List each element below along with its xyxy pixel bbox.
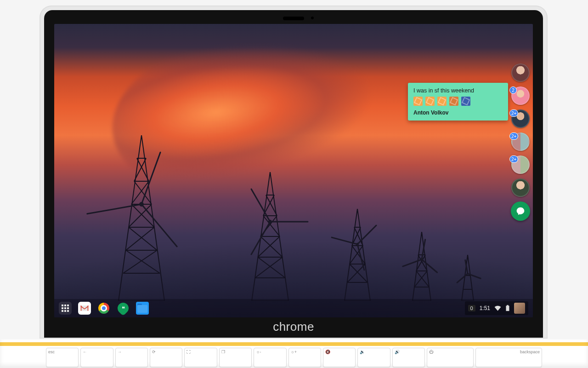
files-app-button[interactable] bbox=[136, 302, 149, 315]
attachment-thumb-icon bbox=[437, 97, 447, 106]
svg-line-5 bbox=[270, 206, 308, 238]
attachment-thumb-icon bbox=[461, 97, 470, 106]
attachment-thumb-icon bbox=[413, 97, 423, 106]
chat-head-contact[interactable]: 2 bbox=[511, 86, 530, 105]
svg-line-9 bbox=[348, 244, 373, 270]
chat-head-contact[interactable] bbox=[511, 63, 530, 82]
desktop-screen[interactable]: I was in sf this weekend Anton Volkov 2 … bbox=[54, 24, 533, 317]
svg-line-14 bbox=[403, 256, 422, 269]
chrome-icon bbox=[98, 303, 109, 314]
svg-line-1 bbox=[132, 204, 186, 247]
webcam-icon bbox=[283, 17, 304, 20]
chat-head-group[interactable]: 2+ bbox=[511, 132, 530, 151]
hangouts-chat-heads: 2 2+ 2+ 2+ bbox=[511, 63, 530, 221]
attachment-thumb-icon bbox=[425, 97, 435, 106]
user-avatar bbox=[514, 303, 525, 314]
keyboard: esc ← → ⟳ ⛶ ❐ ☼- ☼+ 🔇 🔉 🔊 ⏻ backspace bbox=[0, 339, 588, 368]
chrome-app-button[interactable] bbox=[97, 302, 110, 315]
svg-point-15 bbox=[420, 258, 424, 261]
svg-line-16 bbox=[465, 260, 468, 274]
wifi-icon bbox=[494, 305, 501, 311]
key-fullscreen: ⛶ bbox=[184, 348, 217, 367]
key-refresh: ⟳ bbox=[150, 348, 182, 367]
svg-rect-19 bbox=[506, 306, 509, 311]
webcam-led-icon bbox=[311, 17, 314, 19]
svg-point-11 bbox=[356, 242, 359, 246]
hangouts-notification[interactable]: I was in sf this weekend Anton Volkov bbox=[408, 83, 508, 121]
unread-badge: 2 bbox=[509, 86, 517, 94]
app-launcher-button[interactable] bbox=[59, 302, 72, 315]
attachment-thumb-icon bbox=[449, 97, 458, 106]
clock: 1:51 bbox=[480, 305, 490, 311]
gmail-app-button[interactable] bbox=[78, 302, 91, 315]
system-tray[interactable]: 0 1:51 bbox=[465, 301, 528, 315]
svg-line-12 bbox=[422, 240, 425, 259]
svg-line-18 bbox=[456, 274, 469, 282]
key-brightness-up: ☼+ bbox=[288, 348, 321, 367]
key-forward: → bbox=[115, 348, 148, 367]
unread-badge: 2+ bbox=[509, 155, 518, 163]
shelf-taskbar: ❝ 0 1:51 bbox=[54, 299, 533, 317]
hangouts-icon: ❝ bbox=[115, 300, 131, 316]
key-mute: 🔇 bbox=[323, 348, 356, 367]
notifications-count: 0 bbox=[468, 305, 475, 311]
chat-head-contact[interactable]: 2+ bbox=[511, 109, 530, 128]
notification-attachments bbox=[413, 97, 503, 106]
key-backspace: backspace bbox=[475, 348, 542, 367]
svg-line-13 bbox=[420, 259, 439, 272]
hangouts-button[interactable] bbox=[511, 201, 530, 221]
laptop-frame: I was in sf this weekend Anton Volkov 2 … bbox=[40, 6, 547, 338]
key-overview: ❐ bbox=[219, 348, 252, 367]
svg-point-7 bbox=[268, 219, 273, 224]
unread-badge: 2+ bbox=[509, 109, 518, 117]
svg-point-3 bbox=[139, 201, 145, 207]
svg-line-2 bbox=[87, 188, 141, 230]
svg-line-4 bbox=[251, 189, 270, 222]
key-esc: esc bbox=[46, 348, 79, 367]
notification-message: I was in sf this weekend bbox=[413, 87, 503, 94]
key-vol-up: 🔊 bbox=[392, 348, 425, 367]
apps-grid-icon bbox=[62, 305, 69, 312]
key-power: ⏻ bbox=[427, 348, 474, 367]
unread-badge: 2+ bbox=[509, 132, 518, 140]
svg-rect-20 bbox=[507, 305, 509, 306]
hangouts-app-button[interactable]: ❝ bbox=[117, 302, 130, 315]
svg-line-8 bbox=[357, 225, 376, 244]
notification-sender: Anton Volkov bbox=[413, 109, 503, 116]
device-brand-label: chrome bbox=[273, 320, 314, 334]
key-back: ← bbox=[80, 348, 113, 367]
svg-line-10 bbox=[332, 228, 357, 254]
svg-line-0 bbox=[141, 152, 160, 204]
svg-line-6 bbox=[242, 222, 280, 254]
svg-line-17 bbox=[468, 271, 481, 280]
chat-head-group[interactable]: 2+ bbox=[511, 155, 530, 174]
battery-icon bbox=[505, 305, 510, 311]
key-brightness-down: ☼- bbox=[254, 348, 286, 367]
gmail-icon bbox=[80, 305, 89, 312]
key-vol-down: 🔉 bbox=[357, 348, 390, 367]
chat-head-contact[interactable] bbox=[511, 178, 530, 197]
laptop-bezel: I was in sf this weekend Anton Volkov 2 … bbox=[44, 10, 543, 338]
